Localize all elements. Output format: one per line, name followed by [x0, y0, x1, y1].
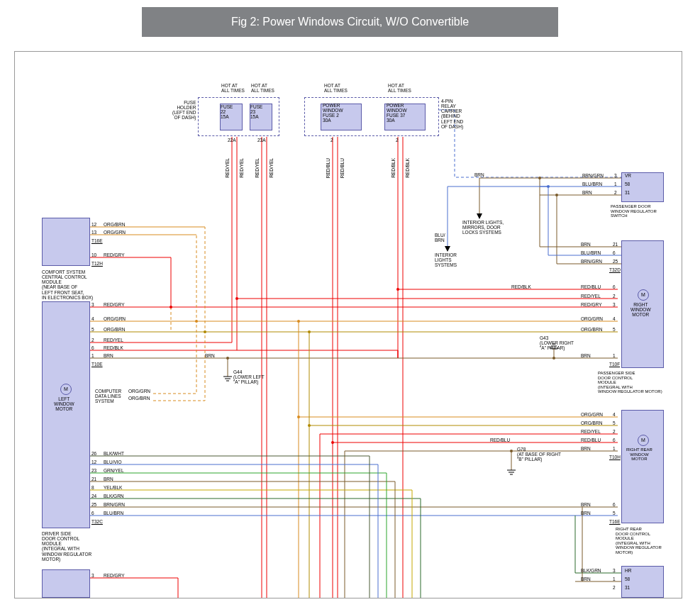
pin-r37: 2	[396, 138, 399, 143]
rm-redblk: RED/BLK	[511, 284, 531, 289]
hot1: HOT AT ALL TIMES	[221, 83, 245, 93]
right-rear-motor-label: RIGHT REAR WINDOW MOTOR	[626, 447, 652, 462]
svg-point-39	[331, 441, 334, 444]
svg-point-20	[226, 357, 229, 360]
motor-icon-r: M	[638, 289, 649, 301]
dp4: 4	[91, 316, 94, 321]
bp25: 25	[91, 502, 96, 507]
rr-b-c1: BRN	[581, 502, 591, 507]
ps-n3: 2	[614, 190, 617, 195]
rm-b-c1: ORG/GRN	[581, 316, 603, 321]
rm-t2: T10F	[609, 362, 620, 367]
rr-mod-label: RIGHT REAR DOOR CONTROL MODULE (INTEGRAL…	[616, 527, 662, 555]
g44-wire: BRN	[205, 353, 215, 358]
rr-t-c2: ORG/BRN	[581, 421, 602, 425]
intlights2: INTERIOR LIGHTS SYSTEMS	[435, 252, 457, 267]
bc21: BRN	[104, 477, 113, 481]
cm-c10: RED/GRY	[104, 252, 125, 257]
rm-m-n2: 2	[613, 294, 616, 299]
rm-b-n2: 5	[613, 327, 616, 332]
dc4: ORG/GRN	[104, 316, 126, 321]
svg-marker-73	[477, 213, 482, 219]
dl-org-brn: ORG/BRN	[128, 396, 150, 401]
wc4b: RED/BLK	[405, 158, 410, 178]
svg-point-24	[195, 320, 198, 323]
wc1b: RED/YEL	[239, 158, 244, 178]
rr-t-n2: 5	[613, 421, 616, 425]
wc3: RED/BLU	[326, 158, 330, 178]
rm-t-n3: 25	[613, 259, 618, 264]
hot3: HOT AT ALL TIMES	[324, 83, 348, 93]
ps-r2: 58	[625, 182, 630, 186]
wiring-diagram: FUSE 22 15A FUSE 23 15A HOT AT ALL TIMES…	[14, 51, 682, 598]
rm-m-c2: RED/YEL	[581, 294, 601, 299]
pin22a: 22A	[228, 138, 236, 143]
bp21: 21	[91, 477, 96, 481]
svg-point-22	[235, 297, 238, 300]
rm-m-n3: 3	[613, 302, 616, 307]
svg-point-38	[308, 424, 311, 427]
rr-t2: T16E	[609, 519, 621, 524]
svg-point-71	[555, 194, 558, 196]
dp1: 1	[91, 353, 94, 358]
rr-t-c4: RED/BLU	[581, 438, 601, 442]
fuse22-label: FUSE 22 15A	[221, 104, 233, 119]
bottom-left-module	[42, 569, 90, 598]
bp12: 12	[91, 460, 96, 464]
rr-t-n4: 6	[613, 438, 616, 442]
svg-point-55	[510, 450, 513, 452]
bc8: YEL/BLK	[104, 485, 122, 490]
dc6: RED/BLK	[104, 345, 123, 350]
bp6b: 6	[91, 511, 94, 516]
pwf2-label: POWER WINDOW FUSE 2 30A	[323, 103, 343, 123]
dp5: 5	[91, 327, 94, 332]
motor-icon: M	[60, 384, 72, 395]
cm-t2: T12H	[91, 261, 103, 266]
dp3: 3	[91, 302, 94, 307]
br-n1: 3	[613, 568, 616, 573]
bc26: BLK/WHT	[104, 451, 124, 456]
cm-c12: ORG/BRN	[104, 222, 125, 227]
d-t1: T10E	[91, 362, 103, 367]
br-c1: BLK/GRN	[581, 568, 601, 573]
ps-r1: VR	[625, 173, 631, 178]
fuseholder-label: FUSE HOLDER (LEFT END OF DASH)	[172, 100, 196, 121]
left-motor-label: LEFT WINDOW MOTOR	[54, 396, 74, 411]
pin-r2: 2	[330, 138, 333, 143]
br-c2: BRN	[581, 577, 591, 581]
rm-b-c2: ORG/BRN	[581, 327, 602, 332]
driver-label: DRIVER SIDE DOOR CONTROL MODULE (INTEGRA…	[42, 531, 91, 562]
ps-n2: 1	[614, 182, 617, 186]
rm-b-n1: 4	[613, 316, 616, 321]
wc3b: RED/BLU	[340, 158, 345, 178]
rr-t-n3: 2	[613, 429, 616, 434]
bc25: BRN/GRN	[104, 502, 125, 507]
ps-c3: BRN	[582, 190, 592, 195]
bp24: 24	[91, 494, 96, 499]
blc3: RED/GRY	[104, 573, 125, 578]
br-r1: HR	[625, 568, 631, 573]
br-r3: 31	[625, 585, 630, 590]
rr-t-n5: 1	[613, 446, 616, 451]
g44-label: G44 (LOWER LEFT "A" PILLAR)	[233, 369, 265, 384]
ps-r3: 31	[625, 190, 630, 195]
br-r2: 58	[625, 577, 630, 581]
pass-mod-label: PASSENGER SIDE DOOR CONTROL MODULE (INTE…	[598, 371, 662, 394]
driver-module	[42, 301, 90, 528]
cm-p10: 10	[91, 252, 96, 257]
dp2: 2	[91, 338, 94, 343]
br-n2: 1	[613, 577, 616, 581]
br-n3: 2	[613, 585, 616, 590]
rm-t-c1: BRN	[581, 242, 591, 247]
blubrn-branch: BLU/ BRN	[435, 233, 445, 243]
rr-t-c3: RED/YEL	[581, 429, 601, 434]
relay-label: 4-PIN RELAY CARRIER (BEHIND LEFT END OF …	[441, 99, 463, 129]
bp23: 23	[91, 468, 96, 473]
bc6b: BLU/BRN	[104, 511, 123, 516]
rm-t1: T32D	[609, 267, 621, 272]
rr-t-c1: ORG/GRN	[581, 412, 603, 417]
fuse-holder	[198, 97, 279, 136]
rr-t1: T10H	[609, 455, 621, 460]
svg-point-36	[308, 330, 311, 333]
cm-c13: ORG/GRN	[104, 230, 126, 235]
